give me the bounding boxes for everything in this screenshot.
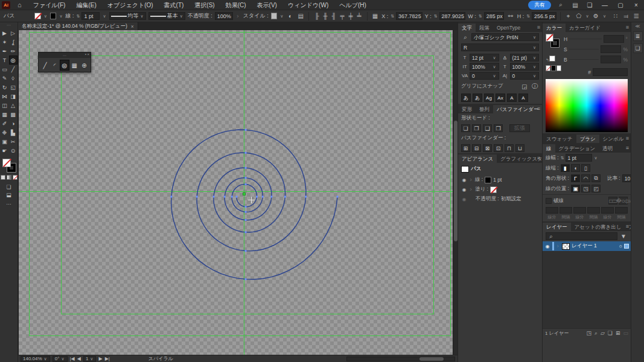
stroke-weight-value[interactable]: 1 pt xyxy=(81,12,100,20)
round-cap-icon[interactable]: ◖ xyxy=(571,164,580,172)
eraser-tool[interactable]: ◊ xyxy=(9,74,18,83)
spiral-tool[interactable]: ◎ xyxy=(60,60,69,71)
font-size-dropdown[interactable]: 12 pt∨ xyxy=(470,54,499,62)
appearance-stroke-swatch[interactable] xyxy=(485,177,491,183)
selection-tool[interactable]: ▶ xyxy=(1,28,9,37)
locate-object-icon[interactable]: ⌕ xyxy=(595,330,598,337)
character-toggle-3[interactable]: Ax xyxy=(496,94,505,102)
lasso-tool[interactable]: ʆ xyxy=(9,37,18,46)
artboard-tool[interactable]: ▣ xyxy=(1,137,9,146)
layer-thumbnail[interactable] xyxy=(562,243,570,250)
font-style-dropdown[interactable]: R∨ xyxy=(461,43,539,51)
saturation-input[interactable] xyxy=(601,45,621,53)
stroke-weight-stepper[interactable]: ⇅ xyxy=(77,14,80,19)
w-input[interactable]: 285 px xyxy=(484,12,505,20)
rotation-dropdown[interactable]: 0°∨ xyxy=(53,356,68,362)
tab-アピアランス[interactable]: アピアランス xyxy=(458,154,497,163)
style-swatch[interactable] xyxy=(271,13,278,19)
menu-item-1[interactable]: 編集(E) xyxy=(71,0,101,10)
palette-close-icon[interactable]: × xyxy=(87,52,89,56)
align-bottom-icon[interactable]: ╧ xyxy=(355,13,363,19)
opacity-value[interactable]: 100% xyxy=(215,12,233,20)
new-sublayer-icon[interactable]: ❏ xyxy=(608,330,613,337)
restore-button[interactable]: ▢ xyxy=(615,2,626,8)
opacity-visibility-eye-icon[interactable]: ◉ xyxy=(461,197,467,202)
rectangular-grid-tool[interactable]: ▦ xyxy=(70,60,79,71)
tab-スウォッチ[interactable]: スウォッチ xyxy=(543,135,576,143)
dash-input-5[interactable] xyxy=(615,207,628,214)
character-toggle-2[interactable]: Ag xyxy=(484,94,494,102)
panel-list-icon[interactable]: ⫤ xyxy=(622,13,630,20)
align-h-center-icon[interactable]: ╫ xyxy=(321,13,330,19)
reference-point-icon[interactable]: ▦ xyxy=(371,13,379,19)
stroke-panel-menu-icon[interactable]: ≡ xyxy=(626,145,629,151)
stroke-swatch[interactable] xyxy=(50,13,57,19)
h-input[interactable]: 256.5 px xyxy=(532,12,556,20)
align-stroke-outside-icon[interactable]: ◰ xyxy=(591,185,601,192)
menu-item-6[interactable]: 表示(V) xyxy=(252,0,282,10)
trim-icon[interactable]: ⊟ xyxy=(472,144,481,152)
palette-title-bar[interactable]: ⋯ ▪ × xyxy=(39,52,91,58)
intersect-icon[interactable]: ❑ xyxy=(483,124,492,132)
direct-selection-tool[interactable]: ▷ xyxy=(9,28,18,37)
bevel-join-icon[interactable]: ⧉ xyxy=(591,174,601,182)
y-input[interactable]: 287.9025 xyxy=(439,12,466,20)
brightness-slider[interactable] xyxy=(569,59,599,60)
layer-target-icon[interactable]: ○ xyxy=(619,243,622,249)
shape-builder-tool[interactable]: ◫ xyxy=(1,101,9,110)
vertical-scrollbar[interactable] xyxy=(453,30,457,355)
first-artboard-icon[interactable]: |◀ xyxy=(70,356,75,361)
horizontal-scroll-thumb[interactable] xyxy=(419,357,444,361)
spiral-tool[interactable]: ◎ xyxy=(9,56,18,65)
spiral-path[interactable] xyxy=(19,30,453,355)
character-toggle-0[interactable]: あ xyxy=(461,94,471,102)
vertical-scale-dropdown[interactable]: 100%∨ xyxy=(470,63,499,71)
appearance-panel-menu-icon[interactable]: ≡ xyxy=(537,155,540,161)
layers-panel-menu-icon[interactable]: ≡ xyxy=(626,223,629,229)
pen-tool[interactable]: ✒ xyxy=(1,46,9,56)
menu-item-4[interactable]: 選択(S) xyxy=(189,0,220,10)
align-panel-icon[interactable]: ≣ xyxy=(633,31,643,41)
appearance-stroke-value[interactable]: 1 pt xyxy=(493,177,502,183)
make-mask-icon[interactable]: ▱ xyxy=(601,330,605,337)
preferences-icon[interactable]: ▤ xyxy=(297,13,305,19)
layer-visibility-eye-icon[interactable]: ◉ xyxy=(544,244,550,249)
tab-グラデーション[interactable]: グラデーション xyxy=(555,144,599,153)
home-icon[interactable]: ⌂ xyxy=(18,1,22,8)
quick-actions-icon[interactable]: ⚙ xyxy=(592,13,600,19)
search-icon[interactable]: ⌕ xyxy=(556,1,566,8)
pathfinder-panel-menu-icon[interactable]: ≡ xyxy=(537,106,540,112)
prev-artboard-icon[interactable]: ◀ xyxy=(77,356,81,361)
last-color-chip[interactable] xyxy=(549,56,555,62)
hue-input[interactable] xyxy=(604,35,624,43)
fill-swatch[interactable] xyxy=(34,13,41,19)
align-top-icon[interactable]: ╤ xyxy=(338,13,346,19)
slice-tool[interactable]: ✂ xyxy=(9,137,18,146)
artboard-canvas[interactable]: ⋯ ▪ × ╱◜◎▦⊕ xyxy=(18,30,453,355)
hex-input[interactable] xyxy=(593,68,628,76)
menu-item-3[interactable]: 書式(T) xyxy=(159,0,190,10)
appearance-opacity-value[interactable]: 初期設定 xyxy=(501,195,521,203)
curvature-tool[interactable]: ✏ xyxy=(9,46,18,56)
brush-definition-dropdown[interactable]: 基本∨ xyxy=(148,12,185,20)
workspace-switcher-icon[interactable]: ❏ xyxy=(585,2,595,8)
layer-selected-indicator[interactable] xyxy=(624,244,629,249)
close-button[interactable]: × xyxy=(631,2,642,8)
width-tool[interactable]: ⋈ xyxy=(1,92,9,101)
share-button[interactable]: 共有 xyxy=(528,1,551,10)
gradient-tool[interactable]: ▩ xyxy=(9,110,18,119)
arc-tool[interactable]: ◜ xyxy=(50,60,59,71)
brightness-input[interactable] xyxy=(601,56,621,63)
transform-icon[interactable]: ⌖ xyxy=(564,13,572,20)
crop-icon[interactable]: ⊡ xyxy=(494,144,503,152)
fill-proxy[interactable] xyxy=(2,159,11,167)
tab-文字[interactable]: 文字 xyxy=(458,24,476,32)
tab-close-icon[interactable]: × xyxy=(131,24,134,30)
saturation-slider[interactable] xyxy=(569,49,599,49)
rectangle-tool[interactable]: ▭ xyxy=(1,65,9,74)
pencil-tool[interactable]: ✎ xyxy=(1,74,9,83)
minimize-button[interactable]: — xyxy=(599,2,610,8)
align-stroke-center-icon[interactable]: ▣ xyxy=(571,185,580,192)
butt-cap-icon[interactable]: ▮ xyxy=(561,164,570,172)
zoom-level-dropdown[interactable]: 140.04%∨ xyxy=(21,356,50,362)
